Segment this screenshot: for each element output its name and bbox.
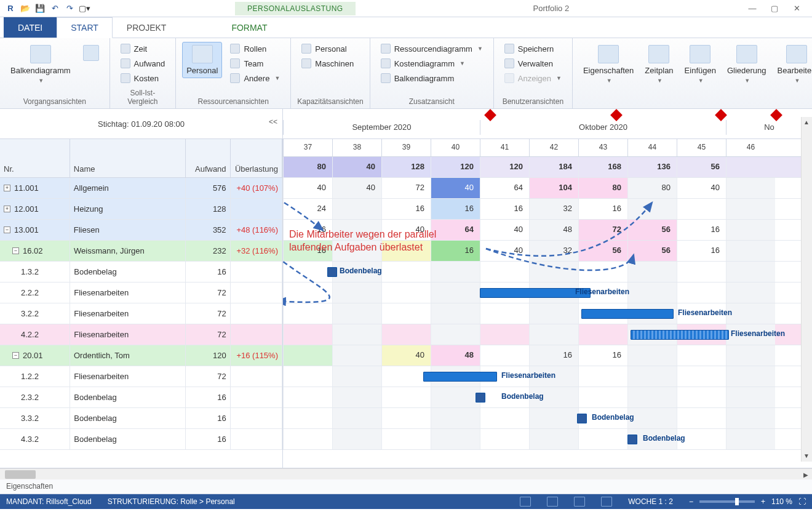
einfuegen-button[interactable]: Einfügen▼ xyxy=(680,42,720,87)
data-cell: 64 xyxy=(480,178,529,198)
verwalten-button[interactable]: Verwalten xyxy=(500,57,566,70)
table-row[interactable]: 4.3.2Bodenbelag16 xyxy=(0,429,282,450)
bearbeiten-button[interactable]: Bearbeiten▼ xyxy=(773,42,812,87)
status-view4-icon[interactable] xyxy=(601,497,612,507)
gantt-alt-icon xyxy=(83,45,99,61)
left-panel: Stichtag: 01.09.20 08:00 << Nr. Name Auf… xyxy=(0,109,283,468)
costchart-icon xyxy=(381,58,391,68)
data-cell: 48 xyxy=(431,345,480,366)
properties-tab[interactable]: Eigenschaften xyxy=(0,479,812,494)
col-name[interactable]: Name xyxy=(70,139,186,177)
tree-toggle[interactable]: + xyxy=(4,206,10,212)
table-row[interactable]: 1.2.2Fliesenarbeiten72 xyxy=(0,366,282,387)
zoom-expand-icon[interactable]: ⛶ xyxy=(798,497,806,506)
table-row[interactable]: −13.001Fliesen352+48 (116%) xyxy=(0,220,282,241)
kostendiagramm-button[interactable]: Kostendiagramm▼ xyxy=(376,57,487,70)
horizontal-scrollbar[interactable]: ▶ xyxy=(0,468,812,479)
balkendiagramm2-button[interactable]: Balkendiagramm xyxy=(376,71,487,85)
maximize-icon[interactable]: ▢ xyxy=(769,3,780,14)
speichern-button[interactable]: Speichern xyxy=(500,42,566,55)
task-bar[interactable] xyxy=(480,288,591,298)
zeit-button[interactable]: Zeit xyxy=(116,42,170,55)
personal-button[interactable]: Personal xyxy=(182,42,222,78)
zeitplan-button[interactable]: Zeitplan▼ xyxy=(640,42,677,87)
col-ueberlastung[interactable]: Überlastung xyxy=(231,139,282,177)
table-row[interactable]: 2.3.2Bodenbelag16 xyxy=(0,387,282,408)
task-bar[interactable] xyxy=(581,309,674,319)
barchart-icon xyxy=(381,44,391,54)
zoom-in-icon[interactable]: + xyxy=(761,497,765,506)
zoom-slider[interactable] xyxy=(699,500,755,503)
task-bar[interactable] xyxy=(327,267,337,277)
gliederung-button[interactable]: Gliederung▼ xyxy=(723,42,771,87)
tab-start[interactable]: START xyxy=(57,17,113,38)
table-row[interactable]: +12.001Heizung128 xyxy=(0,199,282,220)
table-row[interactable]: 3.2.2Fliesenarbeiten72 xyxy=(0,303,282,324)
table-row[interactable]: −20.01Ordentlich, Tom120+16 (115%) xyxy=(0,345,282,366)
table-row[interactable]: −16.02Weissmann, Jürgen232+32 (116%) xyxy=(0,241,282,262)
balkendiagramm-button[interactable]: Balkendiagramm ▼ xyxy=(6,42,75,87)
zoom-out-icon[interactable]: − xyxy=(689,497,693,506)
task-bar-label: Fliesenarbeiten xyxy=(731,329,785,338)
open-icon[interactable]: 📂 xyxy=(18,2,32,15)
tab-datei[interactable]: DATEI xyxy=(4,17,57,38)
vertical-scrollbar[interactable]: ▲ ▼ xyxy=(801,117,812,462)
personal-icon xyxy=(192,45,213,63)
scroll-up-icon[interactable]: ▲ xyxy=(802,117,811,127)
aufwand-button[interactable]: Aufwand xyxy=(116,57,170,70)
task-bar[interactable] xyxy=(627,435,637,444)
task-bar-label: Bodenbelag xyxy=(501,392,544,401)
close-icon[interactable]: ✕ xyxy=(791,3,802,14)
ribbon: Balkendiagramm ▼ Vorgangsansichten Zeit … xyxy=(0,38,812,109)
task-bar[interactable] xyxy=(577,414,587,423)
minimize-icon[interactable]: ― xyxy=(747,3,758,14)
table-row[interactable]: 4.2.2Fliesenarbeiten72 xyxy=(0,324,282,345)
qat-more-icon[interactable]: ▢▾ xyxy=(78,2,91,15)
ressourcendiagramm-button[interactable]: Ressourcendiagramm▼ xyxy=(376,42,487,55)
maschinen-button[interactable]: Maschinen xyxy=(297,57,358,70)
task-bar[interactable] xyxy=(631,330,729,340)
rollen-button[interactable]: Rollen xyxy=(226,42,284,55)
week-header: 41 xyxy=(480,139,529,156)
balkendiagramm-alt-button[interactable] xyxy=(79,42,103,64)
tab-projekt[interactable]: PROJEKT xyxy=(113,17,181,38)
table-row[interactable]: 1.3.2Bodenbelag16 xyxy=(0,262,282,283)
zoom-control[interactable]: − + 110 % ⛶ xyxy=(689,497,806,506)
scroll-right-icon[interactable]: ▶ xyxy=(801,470,811,479)
tree-toggle[interactable]: − xyxy=(4,226,10,233)
task-bar-label: Fliesenarbeiten xyxy=(501,371,555,380)
eigenschaften-button[interactable]: Eigenschaften▼ xyxy=(579,42,638,87)
kosten-button[interactable]: Kosten xyxy=(116,71,170,85)
task-bar[interactable] xyxy=(423,372,497,382)
data-cell: 72 xyxy=(381,178,431,198)
table-row[interactable]: 2.2.2Fliesenarbeiten72 xyxy=(0,283,282,303)
kap-personal-button[interactable]: Personal xyxy=(297,42,358,55)
status-view3-icon[interactable] xyxy=(574,497,585,507)
scrollbar-thumb[interactable] xyxy=(5,470,36,479)
redo-icon[interactable]: ↷ xyxy=(63,2,76,15)
table-row[interactable]: +11.001Allgemein576+40 (107%) xyxy=(0,178,282,199)
data-cell xyxy=(332,199,381,219)
tree-toggle[interactable]: − xyxy=(12,247,19,254)
app-icon[interactable]: R xyxy=(4,2,17,15)
undo-icon[interactable]: ↶ xyxy=(48,2,62,15)
save-icon[interactable]: 💾 xyxy=(33,2,47,15)
data-cell: 16 xyxy=(529,345,578,366)
status-view1-icon[interactable] xyxy=(520,497,531,507)
tree-toggle[interactable]: − xyxy=(12,352,19,359)
status-view2-icon[interactable] xyxy=(547,497,558,507)
scroll-down-icon[interactable]: ▼ xyxy=(802,451,811,460)
col-nr[interactable]: Nr. xyxy=(0,139,70,177)
andere-button[interactable]: Andere▼ xyxy=(226,71,284,85)
tree-toggle[interactable]: + xyxy=(4,185,10,191)
tab-format[interactable]: FORMAT xyxy=(217,17,281,38)
col-aufwand[interactable]: Aufwand xyxy=(186,139,231,177)
timeline-totals: 804012812012018416813656 xyxy=(283,157,812,178)
collapse-panel-button[interactable]: << xyxy=(269,118,277,126)
team-button[interactable]: Team xyxy=(226,57,284,70)
task-bar[interactable] xyxy=(476,393,485,403)
data-cell xyxy=(627,199,677,219)
balkendiagramm-label: Balkendiagramm xyxy=(10,66,71,75)
table-row[interactable]: 3.3.2Bodenbelag16 xyxy=(0,408,282,429)
effort-icon xyxy=(121,58,130,68)
